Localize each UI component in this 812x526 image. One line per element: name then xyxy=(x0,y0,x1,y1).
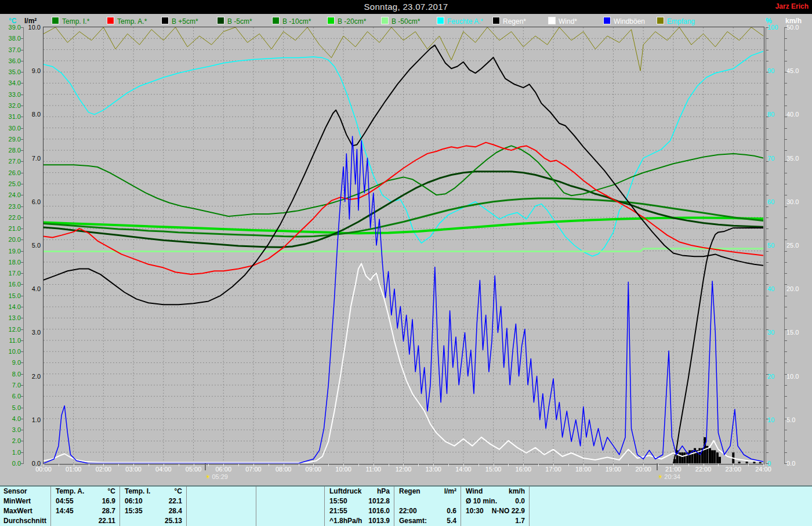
axis-tick-label: 80 xyxy=(767,111,785,118)
b-50cm-swatch xyxy=(381,17,389,24)
table-row: Windkm/h xyxy=(461,487,529,496)
table-col-empty-3 xyxy=(256,487,325,526)
table-row xyxy=(530,487,622,496)
bar-regen xyxy=(719,457,721,463)
axis-tick-label: 29.0 xyxy=(0,136,21,143)
station-owner-label: Jarz Erich xyxy=(775,2,809,10)
axis-tick-label: 8.0 xyxy=(0,371,21,378)
x-tick-label: 04:00 xyxy=(151,466,176,473)
axis-tick-label: 1.0 xyxy=(24,416,41,423)
bar-regen xyxy=(688,450,691,463)
x-tick-label: 16:00 xyxy=(510,466,536,473)
legend-item-b-5cm: B -5cm* xyxy=(217,17,252,25)
legend-item-temp-i: Temp. I.* xyxy=(52,17,89,25)
table-row: 15:3528.4 xyxy=(120,506,186,516)
b-5cm-swatch xyxy=(217,17,224,24)
empfang-swatch xyxy=(657,17,664,24)
table-row-label: MaxWert xyxy=(0,506,50,516)
column-header: Wind xyxy=(466,487,483,496)
legend-label: Empfang xyxy=(667,17,695,26)
cell-value: 0.0 xyxy=(515,496,525,506)
axis-tick-label: 34.0 xyxy=(0,79,21,86)
sunrise-time: 05:29 xyxy=(212,473,228,480)
table-row xyxy=(256,516,324,526)
x-tick-label: 17:00 xyxy=(541,466,566,473)
sunset-time: 20:34 xyxy=(664,473,680,480)
axis-tick-label: 25.0 xyxy=(0,180,21,187)
legend-item-empfang: Empfang xyxy=(657,17,695,25)
wind-swatch xyxy=(548,17,556,24)
cell-value: 22.1 xyxy=(169,496,182,506)
celsius-axis-ticks xyxy=(21,27,23,464)
weather-chart-window: Sonntag, 23.07.2017 Jarz Erich Temp. I.*… xyxy=(0,0,812,526)
bar-regen xyxy=(681,452,683,463)
axis-tick-label: 100 xyxy=(767,24,785,31)
x-tick-label: 09:00 xyxy=(300,466,326,473)
column-unit: °C xyxy=(175,487,182,496)
x-tick-label: 03:00 xyxy=(121,466,146,473)
axis-tick-label: 4.0 xyxy=(24,285,41,292)
axis-tick-label: 8.0 xyxy=(24,111,41,118)
axis-tick-label: 5.0 xyxy=(0,404,21,411)
cell-value: 5.4 xyxy=(447,516,456,526)
legend-label: B +5cm* xyxy=(172,17,198,26)
axis-tick-label: 18.0 xyxy=(0,259,21,266)
axis-tick-label: 35.0 xyxy=(0,68,21,75)
table-row: 15:501012.8 xyxy=(325,496,394,506)
x-tick-label: 13:00 xyxy=(420,466,446,473)
axis-tick-label: 10 xyxy=(767,416,785,423)
axis-tick-label: 90 xyxy=(767,67,785,74)
axis-tick-label: 0.0 xyxy=(0,460,21,467)
bar-regen xyxy=(746,462,748,463)
cell-value: 16.9 xyxy=(102,496,115,506)
axis-tick-label: 24.0 xyxy=(0,191,21,198)
cell-time: 21:55 xyxy=(329,506,347,516)
table-col-wind: Windkm/hØ 10 min.0.010:30N-NO 22.91.7 xyxy=(461,487,530,526)
page-title: Sonntag, 23.07.2017 xyxy=(0,2,812,12)
cell-time: 06:10 xyxy=(125,496,143,506)
axis-tick-label: 37.0 xyxy=(0,46,21,53)
axis-tick-label: 3.0 xyxy=(24,329,41,336)
cell-time: 10:30 xyxy=(466,506,484,516)
axis-tick-label: 40.0 xyxy=(786,111,811,118)
axis-tick-label: 15.0 xyxy=(0,292,21,299)
x-tick-label: 02:00 xyxy=(90,466,116,473)
table-row xyxy=(530,496,622,506)
cell-time: Ø 10 min. xyxy=(466,496,497,506)
table-row xyxy=(187,506,256,516)
table-row xyxy=(530,516,622,526)
legend-label: B -10cm* xyxy=(282,17,311,26)
cell-time: ^1.8hPa/h xyxy=(329,516,362,526)
column-unit: °C xyxy=(108,487,115,496)
table-row: 14:4528.7 xyxy=(51,506,119,516)
axis-tick-label: 1.0 xyxy=(0,449,21,456)
series-wind xyxy=(44,264,763,463)
legend-label: Feuchte A.* xyxy=(447,17,483,26)
legend-item-b-10cm: B -10cm* xyxy=(272,17,311,25)
x-tick-label: 14:00 xyxy=(451,466,476,473)
legend-label: B -50cm* xyxy=(392,17,420,26)
windb-en-swatch xyxy=(603,17,611,24)
cell-value: 28.7 xyxy=(102,506,115,516)
x-tick-label: 01:00 xyxy=(61,466,86,473)
b-20cm-swatch xyxy=(327,17,335,24)
legend-label: B -5cm* xyxy=(227,17,252,26)
legend-item-wind: Wind* xyxy=(548,17,577,25)
x-tick-label: 15:00 xyxy=(481,466,506,473)
table-col-empty-2 xyxy=(187,487,256,526)
legend-item-feuchte-a: Feuchte A.* xyxy=(437,17,483,25)
cell-time: 15:50 xyxy=(329,496,347,506)
column-header: Temp. A. xyxy=(56,487,84,496)
axis-tick-label: 22.0 xyxy=(0,214,21,221)
series-b-50cm xyxy=(44,249,763,252)
table-row xyxy=(256,496,324,506)
axis-tick-label: 10.0 xyxy=(786,373,811,380)
axis-tick-label: 20 xyxy=(767,373,785,380)
table-row-label: Sensor xyxy=(0,487,50,496)
table-row-labels: SensorMinWertMaxWertDurchschnitt xyxy=(0,487,51,526)
cell-value: 1.7 xyxy=(515,516,525,526)
chart-plot xyxy=(44,27,763,463)
axis-tick-label: 5.0 xyxy=(24,242,41,249)
axis-tick-label: 36.0 xyxy=(0,57,21,64)
cell-time: 14:45 xyxy=(56,506,74,516)
